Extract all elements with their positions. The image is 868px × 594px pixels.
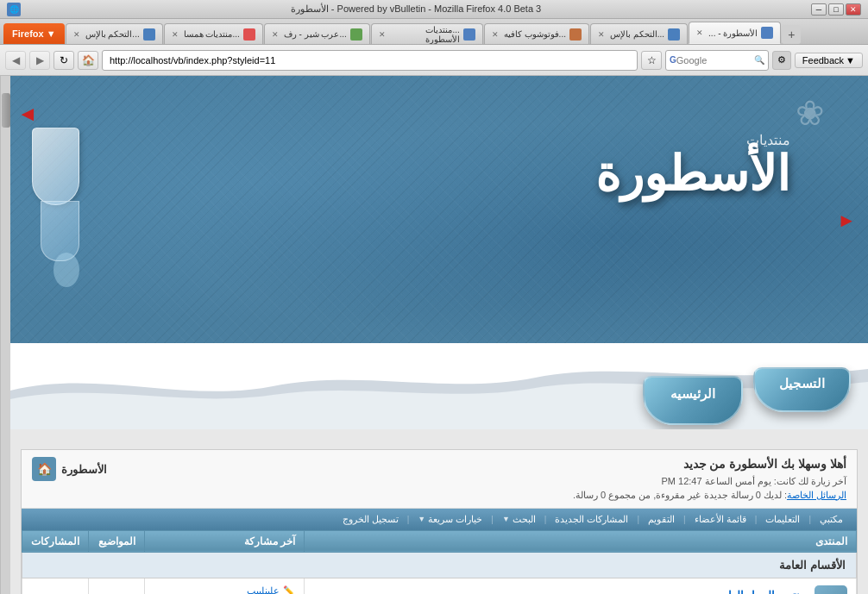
page-tools-button[interactable]: ⚙ (772, 51, 791, 70)
home-button[interactable]: 🏠 (78, 51, 98, 70)
tab-favicon-5 (668, 28, 680, 41)
logo-area: منتديات الأسطورة (595, 132, 790, 198)
nav-maktabi[interactable]: مكتبي (811, 510, 852, 528)
search-icon[interactable]: 🔍 (754, 55, 764, 65)
quick-options-label: خيارات سريعة (428, 514, 482, 525)
table-header-row: المنتدى آخر مشاركة المواضيع المشاركات (22, 530, 857, 552)
tab-1[interactable]: ...منتديات همسا ✕ (164, 23, 263, 44)
header-texture (10, 76, 868, 343)
ribbon-top (32, 128, 79, 205)
forum-table: المنتدى آخر مشاركة المواضيع المشاركات ال… (22, 530, 857, 594)
last-post-user-link[interactable]: علینلبیب (247, 585, 280, 594)
tab-close-3[interactable]: ✕ (379, 30, 386, 39)
feedback-button[interactable]: Feedback ▼ (795, 53, 863, 68)
logo-main-text: الأسطورة (595, 150, 790, 198)
tab-close-2[interactable]: ✕ (272, 30, 279, 39)
page-content[interactable]: ◄ منتديات الأسطورة ❀ ► (10, 76, 868, 594)
tab-3[interactable]: ...منتديات الأسطورة ✕ (371, 23, 483, 44)
tab-6[interactable]: الأسطورة - ... ✕ (689, 22, 781, 44)
tab-label-2: ...عرب شير - رف (284, 29, 347, 39)
tab-favicon-2 (350, 28, 362, 41)
section-title: الأقسام العامة (22, 552, 857, 578)
search-input[interactable] (676, 55, 754, 66)
tab-2[interactable]: ...عرب شير - رف ✕ (264, 23, 370, 44)
tab-0[interactable]: ...التحكم بالإس ✕ (66, 23, 163, 44)
pm-text: : لديك 0 رسالة جديدة غير مقروءة, من مجمو… (573, 490, 787, 500)
nav-instructions[interactable]: التعليمات (757, 510, 808, 528)
forward-button[interactable]: ▶ (29, 51, 50, 70)
close-button[interactable]: ✕ (846, 3, 861, 16)
window-controls: ─ □ ✕ (811, 3, 861, 16)
table-row: 📖 منتدي الحوار العام للنقاش الهادف والبن… (22, 578, 857, 594)
back-button[interactable]: ◀ (5, 51, 26, 70)
last-post-cell: ✏️ علینلبیب بواسطة الأسطورة 📅 07-27-2010… (145, 578, 305, 594)
scrollbar[interactable] (0, 76, 10, 594)
forum-content: أهلا وسهلا بك الأسطورة من جديد آخر زيارة… (10, 442, 868, 594)
forum-cell: 📖 منتدي الحوار العام للنقاش الهادف والبن… (305, 578, 857, 594)
tab-favicon-1 (243, 28, 255, 41)
nav-members[interactable]: قائمة الأعضاء (686, 510, 755, 528)
site-header-banner: ◄ منتديات الأسطورة ❀ ► (10, 76, 868, 343)
sep2: | (755, 515, 758, 524)
nav-new-posts[interactable]: المشاركات الجديدة (546, 510, 637, 528)
forum-cell-content: 📖 منتدي الحوار العام للنقاش الهادف والبن… (313, 585, 847, 594)
title-bar: 🌐 الأسطورة - Powered by vBulletin - Mozi… (0, 0, 868, 19)
forum-name-label: الأسطورة (61, 463, 107, 476)
firefox-dropdown-arrow: ▼ (47, 28, 56, 39)
forum-info: منتدي الحوار العام للنقاش الهادف والبناء… (660, 589, 806, 594)
forum-name-link[interactable]: منتدي الحوار العام (660, 589, 806, 594)
tab-close-4[interactable]: ✕ (492, 30, 499, 39)
tab-favicon-4 (569, 28, 582, 41)
nav-search[interactable]: البحث ▼ (494, 510, 544, 528)
posts-cell: 3 (22, 578, 89, 594)
browser-favicon: 🌐 (7, 3, 21, 16)
scrollbar-thumb[interactable] (2, 93, 10, 128)
forum-container: أهلا وسهلا بك الأسطورة من جديد آخر زيارة… (21, 449, 858, 594)
forum-brand: الأسطورة 🏠 (32, 457, 107, 481)
tools-icon: ⚙ (777, 54, 786, 66)
topics-cell: 1 (89, 578, 145, 594)
welcome-text-area: أهلا وسهلا بك الأسطورة من جديد آخر زيارة… (573, 457, 846, 501)
feedback-label: Feedback (802, 55, 844, 66)
pm-link[interactable]: الرسائل الخاصة (787, 490, 846, 500)
arrow-left-indicator: ◄ (17, 102, 38, 126)
nav-buttons-container: التسجيل الرئيسيه (643, 376, 851, 425)
swirl-decoration: ❀ (796, 93, 825, 133)
nav-logout[interactable]: تسجيل الخروج (334, 510, 407, 528)
arrow-right-indicator: ► (837, 209, 856, 232)
navigation-bar: ◀ ▶ ↻ 🏠 ☆ G 🔍 ⚙ Feedback ▼ (0, 45, 868, 76)
sep7: | (407, 515, 410, 524)
tab-4[interactable]: ...فوتوشوب كافيه ✕ (484, 23, 589, 44)
nav-calendar[interactable]: التقويم (639, 510, 683, 528)
logo-small-text: منتديات (595, 132, 790, 148)
tab-close-5[interactable]: ✕ (598, 30, 605, 39)
firefox-menu-button[interactable]: Firefox ▼ (3, 23, 65, 44)
tab-label-6: الأسطورة - ... (708, 28, 758, 38)
maximize-button[interactable]: □ (828, 3, 844, 16)
minimize-button[interactable]: ─ (811, 3, 827, 16)
sep3: | (683, 515, 686, 524)
tab-close-1[interactable]: ✕ (172, 30, 179, 39)
home-button[interactable]: الرئيسيه (643, 376, 743, 425)
tab-label-3: ...منتديات الأسطورة (391, 25, 460, 44)
nav-quick-options[interactable]: خيارات سريعة ▼ (409, 510, 491, 528)
nav-search-label: البحث (513, 514, 536, 525)
tab-label-4: ...فوتوشوب كافيه (504, 29, 566, 39)
browser-window: 🌐 الأسطورة - Powered by vBulletin - Mozi… (0, 0, 868, 594)
address-bar[interactable] (102, 50, 638, 71)
tab-5[interactable]: ...التحكم بالإس ✕ (590, 23, 688, 44)
reload-button[interactable]: ↻ (53, 51, 74, 70)
register-button[interactable]: التسجيل (753, 367, 851, 412)
tab-close-0[interactable]: ✕ (73, 30, 80, 39)
col-posts: المشاركات (22, 530, 89, 552)
tab-close-6[interactable]: ✕ (696, 28, 703, 37)
search-box: G 🔍 (665, 50, 769, 71)
sep6: | (491, 515, 494, 524)
new-tab-button[interactable]: + (782, 25, 801, 44)
tab-favicon-0 (143, 28, 155, 41)
welcome-last-visit: آخر زيارة لك كانت: يوم أمس الساعة PM 12:… (573, 473, 846, 490)
last-post-info: ✏️ علینلبیب بواسطة الأسطورة 📅 07-27-2010… (154, 585, 295, 594)
google-g-icon: G (670, 55, 676, 65)
left-decoration (19, 128, 79, 283)
bookmark-button[interactable]: ☆ (641, 51, 662, 70)
